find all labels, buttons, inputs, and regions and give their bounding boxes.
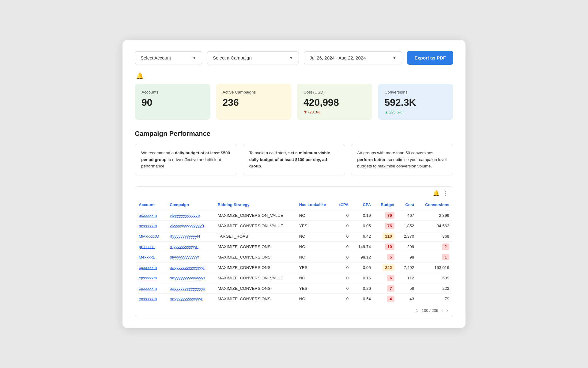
- cell-conversions: 2,399: [418, 210, 453, 220]
- cell-lookalike: NO: [296, 231, 334, 241]
- cell-cost: 58: [398, 283, 418, 293]
- cell-strategy: MAXIMIZE_CONVERSIONS: [214, 293, 296, 304]
- stat-label-cost: Cost (USD): [303, 90, 366, 94]
- cell-lookalike: NO: [296, 293, 334, 304]
- cell-strategy: MAXIMIZE_CONVERSIONS: [214, 252, 296, 262]
- cell-lookalike: YES: [296, 283, 334, 293]
- table-row: acxxxxxm vivyyyyyyyyyyye MAXIMIZE_CONVER…: [135, 210, 453, 220]
- cell-account[interactable]: cpxxxxxm: [135, 293, 166, 304]
- cell-lookalike: NO: [296, 241, 334, 252]
- cell-budget: 6: [375, 273, 398, 283]
- up-arrow-icon: ▲: [385, 110, 388, 114]
- cell-campaign[interactable]: oayyyyyyyyyyyyyys: [166, 283, 214, 293]
- reco-text-1-after: .: [261, 164, 262, 168]
- cell-account[interactable]: cpxxxxxm: [135, 273, 166, 283]
- date-range-dropdown[interactable]: Jul 26, 2024 - Aug 22, 2024 ▼: [304, 51, 402, 64]
- cell-cost: 43: [398, 293, 418, 304]
- cell-cost: 98: [398, 252, 418, 262]
- cell-budget: 242: [375, 262, 398, 273]
- table-row: ppxxxxxt reyyyyyyyyyyyo MAXIMIZE_CONVERS…: [135, 241, 453, 252]
- reco-text-1-before: To avoid a cold start,: [249, 151, 288, 155]
- stat-card-conversions: Conversions 592.3K ▲ 225.5%: [378, 84, 454, 120]
- cell-strategy: TARGET_ROAS: [214, 231, 296, 241]
- col-budget: Budget: [375, 199, 398, 210]
- cell-tcpa: 0: [334, 293, 352, 304]
- cell-tcpa: 0: [334, 262, 352, 273]
- reco-card-1: To avoid a cold start, set a minimum via…: [243, 144, 345, 175]
- campaign-chevron-icon: ▼: [289, 56, 293, 60]
- table-row: cpxxxxxm oayyyyyyyyyyyyyys MAXIMIZE_CONV…: [135, 273, 453, 283]
- account-dropdown[interactable]: Select Account ▼: [135, 51, 202, 64]
- campaign-table: Account Campaign Bidding Strategy Has Lo…: [135, 199, 453, 304]
- cell-lookalike: NO: [296, 273, 334, 283]
- cell-cpa: 0.05: [352, 262, 375, 273]
- export-pdf-button[interactable]: Export as PDF: [407, 51, 453, 65]
- main-card: Select Account ▼ Select a Campaign ▼ Jul…: [123, 40, 466, 328]
- reco-text-2-before: Ad groups with more than 50 conversions: [357, 151, 433, 155]
- cell-campaign[interactable]: vivyyyyyyyyyyyyy9: [166, 220, 214, 231]
- bell-row: 🔔: [135, 72, 453, 79]
- account-chevron-icon: ▼: [192, 56, 196, 60]
- table-bell-icon[interactable]: 🔔: [433, 190, 439, 197]
- cell-campaign[interactable]: oayyyyyyyyyyyyyyt: [166, 262, 214, 273]
- cell-account[interactable]: acxxxxxm: [135, 220, 166, 231]
- stat-label-conversions: Conversions: [385, 90, 447, 94]
- cell-account[interactable]: MexxxxL: [135, 252, 166, 262]
- stat-change-conversions: ▲ 225.5%: [385, 110, 447, 114]
- table-more-icon[interactable]: ⋮: [443, 190, 448, 197]
- cell-conversions: 689: [418, 273, 453, 283]
- cell-cpa: 6.42: [352, 231, 375, 241]
- cell-tcpa: 0: [334, 241, 352, 252]
- stat-change-conversions-value: 225.5%: [389, 110, 402, 114]
- stat-value-cost: 420,998: [303, 97, 366, 108]
- cell-budget: 7: [375, 283, 398, 293]
- cell-strategy: MAXIMIZE_CONVERSION_VALUE: [214, 210, 296, 220]
- campaign-dropdown[interactable]: Select a Campaign ▼: [207, 51, 299, 64]
- cell-account[interactable]: MMxxxxxO: [135, 231, 166, 241]
- cell-budget: 79: [375, 210, 398, 220]
- pagination-prev-button[interactable]: ‹: [441, 307, 443, 314]
- table-header-row: Account Campaign Bidding Strategy Has Lo…: [135, 199, 453, 210]
- cell-conversions: 369: [418, 231, 453, 241]
- cell-cpa: 0.19: [352, 210, 375, 220]
- cell-cpa: 0.05: [352, 220, 375, 231]
- pagination: 1 - 100 / 236 ‹ ›: [135, 304, 453, 317]
- table-row: cpxxxxxm oayyyyyyyyyyyyyyt MAXIMIZE_CONV…: [135, 262, 453, 273]
- cell-cost: 467: [398, 210, 418, 220]
- cell-cost: 299: [398, 241, 418, 252]
- cell-tcpa: 0: [334, 283, 352, 293]
- cell-account[interactable]: cpxxxxxm: [135, 262, 166, 273]
- cell-campaign[interactable]: oayyyyyyyyyyyyyr: [166, 293, 214, 304]
- cell-tcpa: 0: [334, 273, 352, 283]
- table-row: acxxxxxm vivyyyyyyyyyyyyy9 MAXIMIZE_CONV…: [135, 220, 453, 231]
- bell-icon: 🔔: [136, 72, 144, 79]
- cell-strategy: MAXIMIZE_CONVERSION_VALUE: [214, 273, 296, 283]
- cell-campaign[interactable]: oayyyyyyyyyyyyyys: [166, 273, 214, 283]
- cell-account[interactable]: ppxxxxxt: [135, 241, 166, 252]
- stat-change-cost: ▼ -20.3%: [303, 110, 366, 114]
- stat-value-campaigns: 236: [223, 97, 285, 108]
- cell-conversions: 34,563: [418, 220, 453, 231]
- cell-lookalike: NO: [296, 252, 334, 262]
- campaign-dropdown-label: Select a Campaign: [213, 55, 252, 60]
- section-title: Campaign Performance: [135, 130, 453, 138]
- cell-budget: 76: [375, 220, 398, 231]
- cell-cost: 1,852: [398, 220, 418, 231]
- stat-value-conversions: 592.3K: [385, 97, 447, 108]
- pagination-next-button[interactable]: ›: [446, 307, 448, 314]
- cell-campaign[interactable]: plyyyyyyyyyyyyr: [166, 252, 214, 262]
- cell-campaign[interactable]: vivyyyyyyyyyyye: [166, 210, 214, 220]
- col-campaign: Campaign: [166, 199, 214, 210]
- cell-account[interactable]: cpxxxxxm: [135, 283, 166, 293]
- cell-account[interactable]: acxxxxxm: [135, 210, 166, 220]
- cell-campaign[interactable]: rtyyyyyyyyyyyyN: [166, 231, 214, 241]
- col-cost: Cost: [398, 199, 418, 210]
- reco-card-2: Ad groups with more than 50 conversions …: [351, 144, 453, 175]
- reco-card-0: We recommend a daily budget of at least …: [135, 144, 237, 175]
- stat-label-accounts: Accounts: [141, 90, 204, 94]
- cell-cpa: 149.74: [352, 241, 375, 252]
- date-range-label: Jul 26, 2024 - Aug 22, 2024: [310, 55, 366, 60]
- cell-strategy: MAXIMIZE_CONVERSIONS: [214, 283, 296, 293]
- cell-campaign[interactable]: reyyyyyyyyyyyo: [166, 241, 214, 252]
- stat-change-cost-value: -20.3%: [308, 110, 320, 114]
